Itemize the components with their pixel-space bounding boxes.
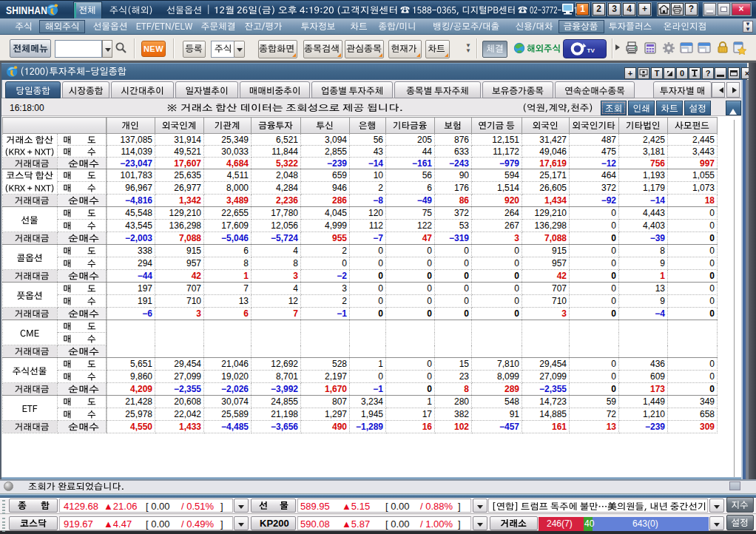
svg-text:TV: TV [587, 47, 595, 54]
